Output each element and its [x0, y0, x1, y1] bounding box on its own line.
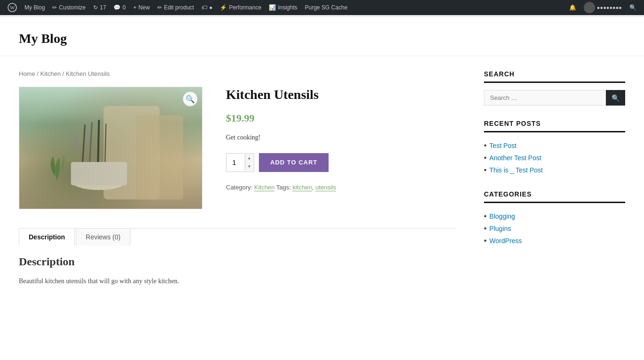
search-submit-icon: 🔍 — [612, 94, 620, 102]
admin-bar-wp-logo[interactable]: W — [4, 0, 21, 15]
sidebar: SEARCH 🔍 RECENT POSTS Test Post Another — [484, 70, 625, 311]
performance-label: Performance — [229, 4, 261, 11]
admin-bar-search[interactable]: 🔍 — [626, 0, 640, 15]
yoast-dot: ● — [209, 4, 212, 11]
breadcrumb-sep2: / — [63, 70, 66, 77]
tab-reviews[interactable]: Reviews (0) — [76, 228, 130, 246]
admin-bar: W My Blog ✏ Customize ↻ 17 💬 0 + New ✏ E… — [0, 0, 644, 15]
add-to-cart-button[interactable]: ADD TO CART — [259, 153, 329, 172]
updates-count: 17 — [100, 4, 106, 11]
pencil-icon: ✏ — [52, 4, 57, 11]
site-title[interactable]: My Blog — [19, 31, 625, 46]
search-input[interactable] — [484, 90, 606, 106]
notification-icon: 🔔 — [569, 4, 576, 11]
tags-label: Tags: — [276, 184, 291, 191]
recent-posts-title: RECENT POSTS — [484, 120, 625, 132]
search-icon: 🔍 — [629, 4, 636, 11]
admin-bar-myblog-label: My Blog — [24, 4, 45, 11]
comments-count: 0 — [122, 4, 126, 11]
quantity-down-button[interactable]: ▼ — [245, 163, 253, 171]
breadcrumb: Home / Kitchen / Kitchen Utensils — [19, 70, 456, 77]
admin-bar-user[interactable]: ●●●●●●●● — [580, 0, 626, 15]
svg-line-6 — [82, 124, 85, 162]
svg-rect-5 — [71, 162, 127, 186]
category-link-1[interactable]: Blogging — [490, 213, 515, 220]
categories-list: Blogging Plugins WordPress — [484, 210, 625, 247]
categories-widget: CATEGORIES Blogging Plugins WordPress — [484, 190, 625, 247]
admin-bar-updates[interactable]: ↻ 17 — [89, 0, 110, 15]
wp-logo-icon: W — [8, 3, 17, 12]
yoast-icon: 🏷 — [201, 4, 207, 11]
username-label: ●●●●●●●● — [597, 5, 622, 10]
product-info: Kitchen Utensils $19.99 Get cooking! ▲ ▼… — [226, 87, 456, 191]
svg-line-7 — [89, 122, 92, 162]
list-item: Blogging — [484, 210, 625, 222]
comment-icon: 💬 — [113, 4, 121, 11]
user-avatar — [584, 2, 595, 13]
insights-icon: 📊 — [269, 4, 276, 11]
product-image-wrapper: 🔍 — [19, 87, 202, 209]
admin-bar-myblog[interactable]: My Blog — [21, 0, 48, 15]
admin-bar-new[interactable]: + New — [129, 0, 153, 15]
breadcrumb-current: Kitchen Utensils — [66, 70, 110, 77]
customize-label: Customize — [59, 4, 86, 11]
tab-content-description: Description Beautiful kitchen utensils t… — [19, 246, 456, 296]
product-short-description: Get cooking! — [226, 134, 456, 141]
product-layout: 🔍 Kitchen Utensils $19.99 Get cooking! ▲… — [19, 87, 456, 209]
list-item: Plugins — [484, 222, 625, 235]
admin-bar-yoast[interactable]: 🏷 ● — [198, 0, 216, 15]
product-category-link[interactable]: Kitchen — [254, 184, 274, 191]
post-link-2[interactable]: Another Test Post — [490, 154, 541, 162]
post-link-3[interactable]: This is _ Test Post — [490, 166, 543, 174]
list-item: Another Test Post — [484, 152, 625, 164]
categories-widget-title: CATEGORIES — [484, 190, 625, 203]
list-item: Test Post — [484, 139, 625, 152]
site-content: Home / Kitchen / Kitchen Utensils — [0, 56, 644, 325]
site-wrapper: My Blog Home / Kitchen / Kitchen Utensil… — [0, 15, 644, 360]
search-form: 🔍 — [484, 90, 625, 106]
performance-icon: ⚡ — [220, 4, 227, 11]
admin-bar-notifications[interactable]: 🔔 — [565, 0, 580, 15]
category-label: Category: — [226, 184, 252, 191]
admin-bar-comments[interactable]: 💬 0 — [110, 0, 129, 15]
admin-bar-insights[interactable]: 📊 Insights — [265, 0, 301, 15]
plus-icon: + — [133, 4, 137, 11]
product-tag1-link[interactable]: kitchen — [292, 184, 312, 191]
quantity-spinners: ▲ ▼ — [245, 154, 253, 171]
insights-label: Insights — [278, 4, 297, 11]
admin-bar-purge-cache[interactable]: Purge SG Cache — [301, 0, 351, 15]
utensil-svg — [19, 87, 202, 209]
product-image — [19, 87, 202, 209]
admin-bar-edit-product[interactable]: ✏ Edit product — [153, 0, 198, 15]
list-item: WordPress — [484, 235, 625, 247]
breadcrumb-category[interactable]: Kitchen — [40, 70, 61, 77]
tab-description[interactable]: Description — [19, 228, 75, 246]
product-tag2-link[interactable]: utensils — [315, 184, 336, 191]
search-widget-title: SEARCH — [484, 70, 625, 83]
description-body: Beautiful kitchen utensils that will go … — [19, 276, 456, 287]
product-tabs: Description Reviews (0) Description Beau… — [19, 228, 456, 296]
description-heading: Description — [19, 255, 456, 268]
new-label: New — [138, 4, 150, 11]
admin-bar-performance[interactable]: ⚡ Performance — [216, 0, 265, 15]
site-header: My Blog — [0, 17, 644, 56]
quantity-wrapper: ▲ ▼ — [226, 153, 254, 172]
main-column: Home / Kitchen / Kitchen Utensils — [19, 70, 456, 311]
recent-posts-widget: RECENT POSTS Test Post Another Test Post… — [484, 120, 625, 176]
quantity-up-button[interactable]: ▲ — [245, 154, 253, 163]
product-title: Kitchen Utensils — [226, 87, 456, 103]
breadcrumb-home[interactable]: Home — [19, 70, 35, 77]
search-button[interactable]: 🔍 — [606, 90, 625, 106]
list-item: This is _ Test Post — [484, 164, 625, 176]
purge-cache-label: Purge SG Cache — [305, 4, 347, 11]
zoom-icon[interactable]: 🔍 — [183, 91, 198, 106]
category-link-2[interactable]: Plugins — [490, 225, 511, 232]
refresh-icon: ↻ — [93, 4, 98, 11]
edit-product-label: Edit product — [164, 4, 194, 11]
category-link-3[interactable]: WordPress — [490, 237, 522, 245]
admin-bar-customize[interactable]: ✏ Customize — [48, 0, 89, 15]
svg-text:W: W — [10, 5, 15, 10]
svg-rect-3 — [137, 115, 183, 200]
post-link-1[interactable]: Test Post — [490, 142, 517, 149]
add-to-cart-form: ▲ ▼ ADD TO CART — [226, 153, 456, 172]
